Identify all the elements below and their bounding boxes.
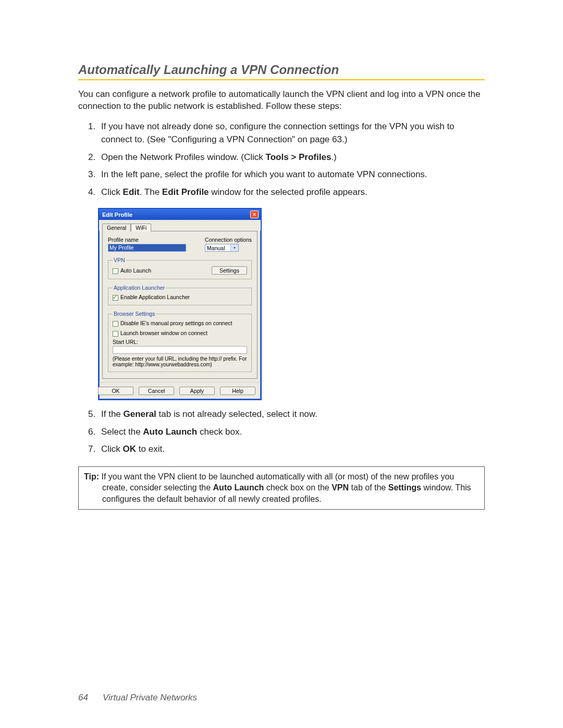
enable-app-checkbox[interactable]	[113, 295, 118, 301]
fieldset-vpn: VPN Auto Launch Settings	[108, 257, 252, 279]
step-6-a: Select the	[101, 427, 143, 437]
cancel-button[interactable]: Cancel	[139, 387, 174, 395]
tab-wifi[interactable]: WiFi	[131, 224, 151, 231]
step-2-bold: Tools > Profiles	[266, 152, 332, 162]
step-7-b: OK	[123, 444, 137, 454]
dialog-titlebar[interactable]: Edit Profile ×	[99, 209, 261, 220]
step-1: If you have not already done so, configu…	[98, 120, 485, 146]
help-button[interactable]: Help	[220, 387, 255, 395]
tab-strip: General WiFi	[99, 220, 261, 231]
disable-ie-label: Disable IE's manual proxy settings on co…	[120, 320, 232, 326]
step-5-c: tab is not already selected, select it n…	[156, 409, 317, 419]
tip-autolaunch: Auto Launch	[213, 483, 264, 492]
auto-launch-checkbox[interactable]	[113, 268, 118, 274]
dialog-screenshot: Edit Profile × General WiFi Profile name…	[98, 208, 485, 400]
step-5-b: General	[124, 409, 156, 419]
page-number: 64	[78, 693, 88, 702]
connection-options-value: Manual	[207, 245, 225, 251]
tab-general[interactable]: General	[102, 224, 131, 231]
launch-browser-label: Launch browser window on connect	[120, 330, 207, 336]
step-5: If the General tab is not already select…	[98, 408, 485, 421]
edit-profile-dialog: Edit Profile × General WiFi Profile name…	[98, 208, 262, 400]
enable-app-label: Enable Application Launcher	[120, 294, 190, 300]
tip-vpn: VPN	[332, 483, 349, 492]
step-4-edit: Edit	[123, 187, 140, 197]
tip-t3: check box on the	[264, 483, 332, 492]
start-url-input[interactable]	[113, 346, 247, 354]
step-7: Click OK to exit.	[98, 442, 485, 456]
step-2-end: .)	[331, 152, 336, 162]
connection-options-label: Connection options	[205, 237, 252, 243]
tip-box: Tip: If you want the VPN client to be la…	[78, 466, 485, 510]
disable-ie-checkbox[interactable]	[113, 321, 118, 327]
dialog-button-row: OK Cancel Apply Help	[99, 382, 261, 399]
tip-t5: tab of the	[349, 483, 388, 492]
tip-settings: Settings	[388, 483, 421, 492]
page-footer: 64Virtual Private Networks	[78, 693, 197, 703]
profile-name-input[interactable]: My Profile	[108, 244, 186, 252]
tab-panel-general: Profile name My Profile Connection optio…	[102, 231, 258, 379]
steps-list: If you have not already done so, configu…	[78, 120, 485, 199]
fieldset-browser: Browser Settings Disable IE's manual pro…	[108, 311, 252, 372]
step-4-editprofile: Edit Profile	[162, 187, 209, 197]
start-url-label: Start URL:	[113, 339, 247, 345]
close-icon[interactable]: ×	[250, 211, 259, 218]
step-2-text: Open the Network Profiles window. (Click	[101, 152, 266, 162]
page-heading: Automatically Launching a VPN Connection	[78, 63, 485, 77]
fieldset-app-launcher: Application Launcher Enable Application …	[108, 285, 252, 305]
step-3: In the left pane, select the profile for…	[98, 168, 485, 181]
step-4: Click Edit. The Edit Profile window for …	[98, 186, 485, 199]
step-6: Select the Auto Launch check box.	[98, 425, 485, 439]
step-2: Open the Network Profiles window. (Click…	[98, 151, 485, 164]
auto-launch-label: Auto Launch	[120, 267, 151, 274]
launch-browser-checkbox[interactable]	[113, 331, 118, 337]
chevron-down-icon[interactable]: ▾	[230, 244, 238, 251]
legend-vpn: VPN	[113, 257, 126, 263]
step-7-c: to exit.	[136, 444, 165, 454]
step-5-a: If the	[101, 409, 124, 419]
step-4-a: Click	[101, 187, 123, 197]
steps-list-cont: If the General tab is not already select…	[78, 408, 485, 456]
step-7-a: Click	[101, 444, 123, 454]
step-4-e: window for the selected profile appears.	[209, 187, 368, 197]
step-4-c: . The	[140, 187, 162, 197]
settings-button[interactable]: Settings	[212, 266, 247, 275]
connection-options-select[interactable]: Manual ▾	[205, 244, 239, 252]
profile-name-label: Profile name	[108, 237, 186, 243]
step-6-c: check box.	[197, 427, 242, 437]
heading-rule	[78, 79, 485, 80]
legend-browser: Browser Settings	[113, 311, 156, 317]
dialog-title: Edit Profile	[102, 212, 132, 218]
tip-label: Tip:	[84, 472, 99, 481]
footer-section: Virtual Private Networks	[103, 693, 197, 702]
legend-app: Application Launcher	[113, 285, 166, 291]
step-6-b: Auto Launch	[143, 427, 197, 437]
url-hint: (Please enter your full URL, including t…	[113, 356, 247, 367]
intro-text: You can configure a network profile to a…	[78, 89, 485, 113]
ok-button[interactable]: OK	[98, 387, 133, 395]
apply-button[interactable]: Apply	[179, 387, 215, 395]
